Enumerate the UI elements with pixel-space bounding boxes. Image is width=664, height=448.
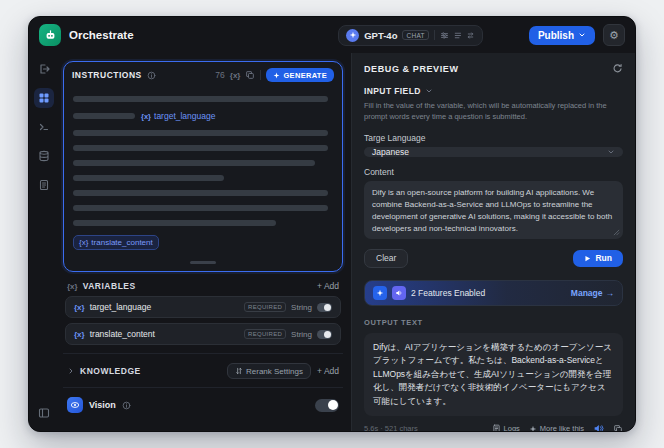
gear-icon: ⚙	[609, 29, 619, 42]
resize-handle-icon[interactable]	[613, 229, 620, 236]
sidebar-item-orchestrate[interactable]	[34, 88, 54, 108]
variable-token-label: translate_content	[91, 238, 152, 247]
model-selector[interactable]: GPT-4o CHAT	[338, 25, 483, 46]
collapse-sidebar-button[interactable]	[34, 403, 54, 423]
document-icon	[492, 424, 501, 431]
manage-label: Manage	[571, 288, 603, 298]
database-icon	[38, 150, 50, 162]
vision-toggle[interactable]	[315, 399, 339, 412]
settings-button[interactable]: ⚙	[603, 24, 625, 46]
variable-row[interactable]: {x} target_language REQUIRED String	[65, 296, 341, 318]
features-bar[interactable]: 2 Features Enabled Manage →	[364, 280, 623, 306]
plus-icon: +	[317, 281, 322, 291]
content-value: Dify is an open-source platform for buil…	[372, 188, 612, 233]
prompt-text-line	[73, 220, 276, 226]
prompt-text-line	[73, 190, 328, 196]
model-provider-icon	[346, 29, 359, 42]
info-icon	[122, 401, 131, 410]
prompt-text-line	[73, 145, 328, 151]
app-body: INSTRUCTIONS 76 {x} GENERATE	[29, 53, 635, 431]
sidebar-layout-icon	[38, 407, 50, 419]
desktop-background: Orchestrate GPT-4o CHAT Publish	[0, 0, 664, 448]
chevron-right-icon[interactable]	[67, 367, 75, 375]
copy-output-button[interactable]	[613, 424, 623, 431]
exit-icon[interactable]	[34, 59, 54, 79]
instructions-header: INSTRUCTIONS 76 {x} GENERATE	[64, 62, 342, 88]
variable-token-chip[interactable]: {x} translate_content	[73, 235, 159, 250]
sidebar-item-terminal[interactable]	[34, 117, 54, 137]
eye-icon	[67, 397, 83, 413]
rerank-settings-button[interactable]: Rerank Settings	[227, 363, 311, 379]
variable-name: translate_content	[90, 329, 155, 339]
variable-braces-icon: {x}	[74, 330, 85, 339]
instructions-editor[interactable]: {x} target_language {x}	[64, 88, 342, 271]
manage-features-link[interactable]: Manage →	[571, 288, 614, 298]
content-textarea[interactable]: Dify is an open-source platform for buil…	[364, 181, 623, 239]
variable-name: target_language	[90, 302, 151, 312]
sidebar-item-knowledge[interactable]	[34, 146, 54, 166]
clear-button[interactable]: Clear	[364, 249, 408, 268]
publish-button[interactable]: Publish	[529, 26, 595, 45]
target-language-select[interactable]: Japanese	[364, 147, 623, 157]
run-button[interactable]: Run	[573, 250, 623, 267]
knowledge-actions: Rerank Settings + Add	[227, 363, 339, 379]
dify-logo-icon[interactable]	[39, 24, 61, 46]
variables-header: {x} VARIABLES + Add	[63, 272, 343, 296]
grid-icon	[38, 92, 50, 104]
page-title: Orchestrate	[69, 29, 134, 41]
debug-panel: DEBUG & PREVIEW INPUT FIELD Fill in the …	[351, 53, 635, 431]
sidebar-item-logs[interactable]	[34, 175, 54, 195]
variables-title: VARIABLES	[83, 281, 136, 291]
feature-speaker-icon	[392, 286, 406, 300]
refresh-button[interactable]	[612, 63, 623, 74]
output-text-card: Difyは、AIアプリケーションを構築するためのオープンソースプラットフォームで…	[364, 333, 623, 417]
target-language-value: Japanese	[372, 147, 409, 157]
character-count: 76	[215, 70, 224, 80]
arrow-right-icon: →	[606, 288, 615, 298]
swap-icon	[466, 31, 475, 40]
copy-icon[interactable]	[245, 70, 255, 80]
output-text: Difyは、AIアプリケーションを構築するためのオープンソースプラットフォームで…	[373, 342, 612, 406]
variable-token-label: target_language	[154, 111, 215, 121]
prompt-text-line	[73, 130, 328, 136]
logs-button[interactable]: Logs	[492, 424, 520, 431]
prompt-text-line: {x} target_language	[73, 111, 333, 121]
feature-sparkle-icon	[373, 286, 387, 300]
variable-token[interactable]: {x} target_language	[141, 111, 215, 121]
variable-braces-icon: {x}	[141, 112, 151, 121]
input-field-title: INPUT FIELD	[364, 86, 421, 96]
add-label: Add	[324, 281, 339, 291]
debug-title: DEBUG & PREVIEW	[364, 64, 459, 74]
knowledge-header: KNOWLEDGE Rerank Settings + Add	[63, 353, 343, 384]
generate-button[interactable]: GENERATE	[266, 68, 334, 82]
variable-toggle[interactable]	[317, 330, 332, 339]
input-field-section-header[interactable]: INPUT FIELD	[364, 86, 623, 96]
chevron-down-icon	[578, 31, 586, 39]
publish-label: Publish	[538, 30, 574, 41]
prompt-text-line	[73, 96, 328, 102]
variable-row[interactable]: {x} translate_content REQUIRED String	[65, 323, 341, 345]
document-icon	[38, 179, 50, 191]
instructions-card: INSTRUCTIONS 76 {x} GENERATE	[63, 61, 343, 272]
required-badge: REQUIRED	[244, 302, 286, 312]
sparkle-icon	[529, 425, 537, 431]
variable-braces-icon[interactable]: {x}	[230, 71, 241, 80]
model-name: GPT-4o	[364, 30, 397, 41]
app-window: Orchestrate GPT-4o CHAT Publish	[28, 16, 636, 432]
model-mode-badge: CHAT	[402, 30, 428, 40]
prompt-text-line	[73, 160, 315, 166]
add-variable-button[interactable]: + Add	[317, 281, 339, 291]
speaker-button[interactable]	[593, 423, 604, 431]
list-icon	[453, 31, 462, 40]
run-label: Run	[595, 253, 612, 263]
prompt-text-line	[73, 175, 224, 181]
debug-header: DEBUG & PREVIEW	[364, 63, 623, 74]
add-knowledge-button[interactable]: + Add	[317, 366, 339, 376]
copy-icon	[613, 424, 623, 431]
knowledge-title: KNOWLEDGE	[80, 366, 141, 376]
content-label: Content	[364, 167, 623, 177]
more-like-this-button[interactable]: More like this	[529, 424, 584, 431]
variable-toggle[interactable]	[317, 303, 332, 312]
refresh-icon	[612, 63, 623, 74]
scrollbar-indicator[interactable]	[190, 261, 216, 264]
